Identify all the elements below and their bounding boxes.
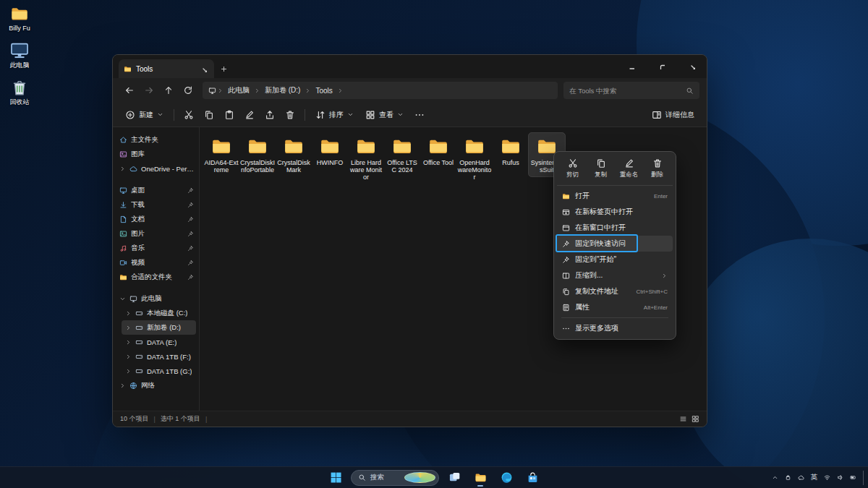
sidebar-item-drive-d[interactable]: 新加卷 (D:) bbox=[122, 320, 196, 335]
sidebar-item-videos[interactable]: 视频 bbox=[116, 255, 196, 270]
delete-button[interactable]: 删除 bbox=[644, 156, 671, 181]
sidebar-item-network[interactable]: 网络 bbox=[116, 378, 196, 393]
sidebar-item-drive-e[interactable]: DATA (E:) bbox=[122, 335, 196, 349]
wifi-icon[interactable] bbox=[824, 474, 830, 481]
up-button[interactable] bbox=[159, 82, 177, 100]
thumbnail-view-toggle-icon[interactable] bbox=[692, 415, 699, 423]
file-item[interactable]: Rufus bbox=[493, 133, 529, 169]
breadcrumb-this-pc[interactable]: 此电脑 bbox=[224, 85, 253, 95]
system-tray: 英 bbox=[772, 467, 866, 488]
copy-button[interactable] bbox=[200, 106, 218, 124]
sidebar-item-pinned-folder[interactable]: 合适的文件夹 bbox=[116, 270, 196, 284]
menu-item-properties[interactable]: 属性 Alt+Enter bbox=[557, 299, 673, 315]
maximize-button[interactable] bbox=[646, 55, 676, 77]
sort-button[interactable]: 排序 bbox=[310, 106, 359, 124]
refresh-button[interactable] bbox=[179, 82, 197, 100]
paste-button[interactable] bbox=[220, 106, 239, 124]
rename-button[interactable] bbox=[240, 106, 259, 124]
folder-icon bbox=[475, 471, 487, 484]
list-view-toggle-icon[interactable] bbox=[679, 415, 687, 423]
menu-item-open-new-tab[interactable]: 在新标签页中打开 bbox=[557, 204, 673, 220]
desktop-icon-this-pc[interactable]: 此电脑 bbox=[3, 41, 36, 69]
sidebar-item-documents[interactable]: 文档 bbox=[116, 212, 196, 226]
file-item[interactable]: Office Tool bbox=[420, 133, 456, 169]
file-item[interactable]: Libre Hardware Monitor bbox=[348, 133, 384, 184]
sidebar-item-pictures[interactable]: 图片 bbox=[116, 226, 196, 241]
file-item[interactable]: CrystalDiskInfoPortable bbox=[239, 133, 276, 176]
tray-device-icon[interactable] bbox=[785, 474, 791, 481]
menu-item-compress-to[interactable]: 压缩到... bbox=[557, 267, 673, 283]
show-desktop-button[interactable] bbox=[863, 471, 865, 485]
edge-button[interactable] bbox=[495, 468, 517, 487]
minimize-button[interactable] bbox=[616, 55, 646, 77]
search-input[interactable] bbox=[569, 87, 681, 95]
menu-item-copy-as-path[interactable]: 复制文件地址 Ctrl+Shift+C bbox=[557, 283, 673, 299]
back-button[interactable] bbox=[120, 82, 138, 100]
breadcrumb-tools[interactable]: Tools bbox=[312, 87, 336, 95]
details-pane-icon bbox=[652, 110, 662, 120]
file-item[interactable]: OpenHardwareMonitor bbox=[456, 133, 493, 184]
menu-item-show-more-options[interactable]: 显示更多选项 bbox=[557, 320, 673, 336]
file-item[interactable]: AIDA64-Extreme bbox=[203, 133, 239, 176]
forward-button[interactable] bbox=[140, 82, 158, 100]
pin-icon bbox=[562, 256, 570, 264]
menu-item-pin-to-quick-access[interactable]: 固定到快速访问 bbox=[557, 236, 673, 252]
desktop-icon bbox=[119, 187, 127, 194]
file-item[interactable]: CrystalDiskMark bbox=[276, 133, 312, 176]
breadcrumb-drive-d[interactable]: 新加卷 (D:) bbox=[261, 85, 304, 95]
volume-icon[interactable] bbox=[837, 474, 843, 481]
drive-icon bbox=[135, 309, 143, 317]
file-item[interactable]: HWINFO bbox=[312, 133, 348, 169]
view-button[interactable]: 查看 bbox=[360, 106, 409, 124]
store-button[interactable] bbox=[522, 468, 543, 487]
explorer-search[interactable] bbox=[563, 82, 699, 99]
submenu-chevron-icon bbox=[661, 273, 668, 279]
copy-button[interactable]: 复制 bbox=[587, 156, 614, 181]
menu-item-pin-to-start[interactable]: 固定到"开始" bbox=[557, 252, 673, 267]
ellipsis-icon bbox=[414, 110, 425, 120]
file-explorer-button[interactable] bbox=[469, 468, 491, 487]
chevron-down-icon bbox=[119, 296, 126, 302]
details-pane-button[interactable]: 详细信息 bbox=[647, 106, 699, 124]
file-item[interactable]: Office LTSC 2024 bbox=[384, 133, 420, 176]
desktop-icon-recycle-bin[interactable]: 回收站 bbox=[3, 78, 36, 106]
sidebar-item-onedrive[interactable]: OneDrive - Personal bbox=[116, 161, 196, 176]
new-button[interactable]: 新建 bbox=[120, 106, 169, 124]
language-indicator[interactable]: 英 bbox=[811, 473, 818, 482]
more-options-button[interactable] bbox=[410, 106, 429, 124]
battery-icon[interactable] bbox=[850, 474, 856, 481]
sidebar-item-drive-g[interactable]: DATA 1TB (G:) bbox=[122, 364, 196, 378]
sidebar-item-drive-c[interactable]: 本地磁盘 (C:) bbox=[122, 306, 196, 320]
sidebar-item-desktop[interactable]: 桌面 bbox=[116, 183, 196, 197]
tab-close-button[interactable] bbox=[197, 63, 209, 74]
command-bar: 新建 排序 查看 详细信息 bbox=[113, 103, 707, 127]
sidebar-item-this-pc[interactable]: 此电脑 bbox=[116, 291, 196, 306]
close-button[interactable] bbox=[676, 55, 707, 77]
menu-item-open[interactable]: 打开 Enter bbox=[557, 188, 673, 204]
task-view-button[interactable] bbox=[443, 468, 465, 487]
start-button[interactable] bbox=[325, 468, 346, 487]
sidebar-item-downloads[interactable]: 下载 bbox=[116, 197, 196, 212]
tray-chevron-up-icon[interactable] bbox=[772, 474, 778, 481]
desktop-icon-label: 此电脑 bbox=[10, 62, 30, 69]
explorer-tab[interactable]: Tools bbox=[119, 59, 214, 78]
pin-icon bbox=[187, 231, 194, 237]
sidebar-item-home[interactable]: 主文件夹 bbox=[116, 132, 196, 147]
pin-icon bbox=[562, 240, 570, 248]
navigation-pane: 主文件夹 图库 OneDrive - Personal 桌面 下载 bbox=[113, 127, 200, 411]
menu-item-open-new-window[interactable]: 在新窗口中打开 bbox=[557, 220, 673, 236]
cut-button[interactable] bbox=[179, 106, 198, 124]
taskbar-search[interactable]: 搜索 bbox=[351, 470, 439, 486]
sidebar-item-drive-f[interactable]: DATA 1TB (F:) bbox=[122, 349, 196, 364]
properties-icon bbox=[562, 304, 570, 312]
desktop-icon-billy-fu[interactable]: Billy Fu bbox=[3, 4, 36, 33]
delete-button[interactable] bbox=[281, 106, 299, 124]
cut-button[interactable]: 剪切 bbox=[559, 156, 586, 181]
onedrive-cloud-icon[interactable] bbox=[798, 474, 804, 481]
sidebar-item-gallery[interactable]: 图库 bbox=[116, 147, 196, 161]
new-tab-button[interactable] bbox=[214, 59, 233, 78]
sidebar-item-music[interactable]: 音乐 bbox=[116, 241, 196, 255]
computer-icon bbox=[9, 41, 30, 60]
rename-button[interactable]: 重命名 bbox=[616, 156, 642, 181]
share-button[interactable] bbox=[260, 106, 279, 124]
